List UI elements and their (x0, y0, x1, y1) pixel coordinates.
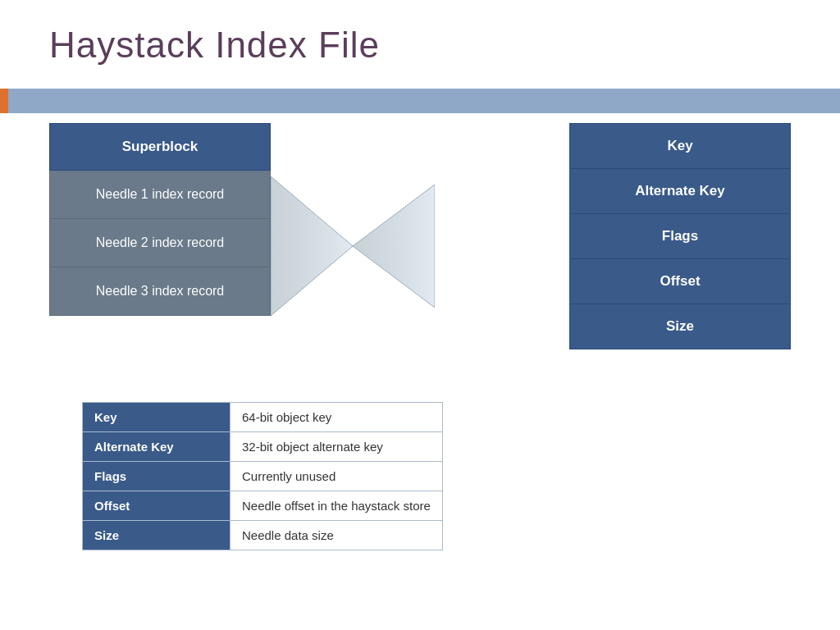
blue-rule (8, 89, 840, 113)
field-flags-row: Flags (569, 214, 791, 259)
table-row: Key64-bit object key (83, 403, 443, 432)
table-row: Alternate Key32-bit object alternate key (83, 432, 443, 462)
needle3-row: Needle 3 index record (49, 267, 271, 316)
table-label-cell: Size (83, 521, 231, 550)
table-value-cell: Needle offset in the haystack store (231, 491, 443, 521)
accent-bar (0, 89, 8, 113)
field-altkey-row: Alternate Key (569, 169, 791, 214)
funnel-diagram (271, 168, 435, 324)
field-size-row: Size (569, 304, 791, 349)
svg-marker-0 (271, 176, 353, 316)
field-offset-row: Offset (569, 259, 791, 304)
table-value-cell: 64-bit object key (231, 403, 443, 432)
slide-container: Haystack Index File Superblock Needle 1 … (0, 0, 840, 630)
svg-marker-1 (353, 185, 435, 308)
needle1-row: Needle 1 index record (49, 171, 271, 219)
table-value-cell: 32-bit object alternate key (231, 432, 443, 462)
table-row: FlagsCurrently unused (83, 462, 443, 491)
left-column: Superblock Needle 1 index record Needle … (49, 123, 271, 369)
needle2-row: Needle 2 index record (49, 219, 271, 267)
right-column: Key Alternate Key Flags Offset Size (569, 123, 791, 369)
field-key-row: Key (569, 123, 791, 169)
page-title: Haystack Index File (49, 25, 380, 66)
table-row: OffsetNeedle offset in the haystack stor… (83, 491, 443, 521)
diagram-area: Superblock Needle 1 index record Needle … (49, 123, 791, 386)
superblock-row: Superblock (49, 123, 271, 171)
info-table: Key64-bit object keyAlternate Key32-bit … (82, 402, 443, 550)
table-row: SizeNeedle data size (83, 521, 443, 550)
table-label-cell: Alternate Key (83, 432, 231, 462)
table-value-cell: Needle data size (231, 521, 443, 550)
funnel-svg (271, 168, 435, 324)
table-label-cell: Offset (83, 491, 231, 521)
table-label-cell: Key (83, 403, 231, 432)
table-label-cell: Flags (83, 462, 231, 491)
table-value-cell: Currently unused (231, 462, 443, 491)
